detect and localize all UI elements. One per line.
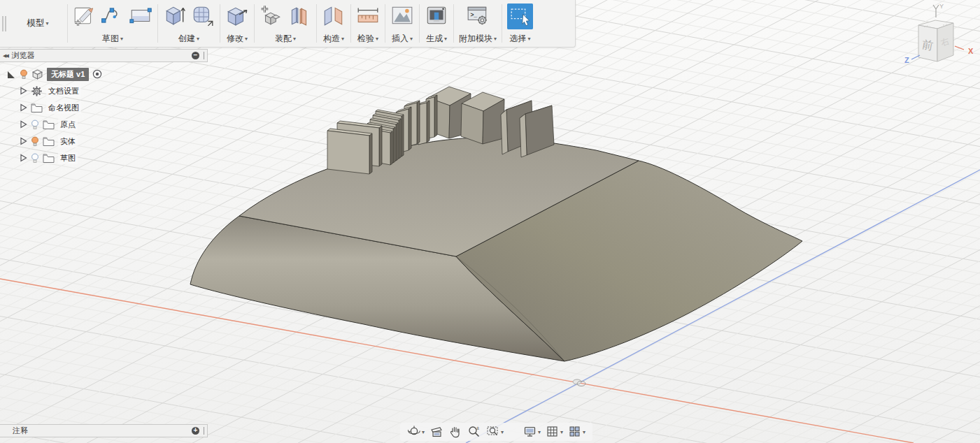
toolbar-group-insert: 插入▾	[385, 0, 419, 47]
folder-icon	[43, 119, 55, 130]
browser-resize-grip[interactable]	[204, 52, 204, 59]
chevron-down-icon: ▾	[583, 429, 585, 435]
svg-text:Z: Z	[904, 56, 909, 64]
scripts-and-addins-button[interactable]: >_	[466, 3, 490, 27]
view-cube-z-axis: Z	[904, 55, 920, 64]
toolbar-group-label[interactable]: 修改▾	[227, 34, 248, 44]
make-button[interactable]	[425, 3, 448, 27]
toolbar-group-assemble: 装配▾	[255, 0, 316, 47]
display-settings-button[interactable]: ▾	[523, 425, 541, 439]
grid-display-button[interactable]: ▾	[546, 425, 563, 439]
chevron-down-icon: ▾	[197, 36, 199, 42]
chevron-down-icon: ▾	[444, 36, 447, 42]
browser-row-named-views[interactable]: 命名视图	[0, 99, 161, 116]
visibility-bulb-on-icon[interactable]	[31, 136, 39, 147]
spline-button[interactable]	[101, 3, 125, 27]
document-cube-icon	[31, 68, 43, 80]
toolbar-group-label[interactable]: 选择▾	[510, 34, 531, 44]
viewports-icon	[568, 425, 582, 439]
toolbar-drag-grip[interactable]	[0, 0, 8, 47]
document-name-label[interactable]: 无标题 v1	[47, 68, 89, 81]
toolbar-group-label[interactable]: 创建▾	[178, 34, 199, 44]
insert-image-button[interactable]	[390, 3, 414, 27]
visibility-bulb-off-icon[interactable]	[31, 153, 39, 164]
measure-button[interactable]	[356, 3, 380, 27]
view-cube-y-axis	[933, 5, 939, 17]
grid-icon	[546, 425, 560, 439]
navigation-toolbar: ▾ ± ▾ ▾ ▾ ▾	[400, 423, 592, 441]
workspace-menu-button[interactable]: 模型▾	[8, 0, 67, 47]
collapsed-triangle-icon[interactable]	[20, 136, 27, 146]
collapsed-triangle-icon[interactable]	[20, 119, 27, 129]
look-at-button[interactable]	[429, 425, 443, 439]
toolbar-group-label[interactable]: 附加模块▾	[459, 34, 497, 44]
toolbar-group-label[interactable]: 检验▾	[357, 34, 378, 44]
toolbar-group-create: 创建▾	[158, 0, 220, 47]
svg-text:X: X	[968, 47, 974, 55]
collapse-browser-icon[interactable]: ◀◀	[3, 53, 8, 59]
add-comment-icon[interactable]: +	[192, 427, 199, 435]
view-cube-x-axis: X	[955, 46, 974, 55]
visibility-bulb-icon[interactable]	[20, 69, 28, 80]
collapsed-triangle-icon[interactable]	[20, 153, 27, 163]
top-toolbar: 模型▾ 草图▾	[0, 0, 576, 48]
toolbar-group-label[interactable]: 构造▾	[323, 34, 344, 44]
toolbar-group-select: 选择▾	[502, 0, 538, 47]
toolbar-group-label[interactable]: 装配▾	[275, 34, 296, 44]
chevron-down-icon: ▾	[293, 36, 296, 42]
browser-title: 浏览器	[12, 50, 192, 61]
chevron-down-icon: ▾	[120, 36, 123, 42]
browser-row-doc-settings[interactable]: 文档设置	[0, 82, 161, 99]
tree-item-label[interactable]: 命名视图	[46, 102, 81, 114]
tree-item-label[interactable]: 文档设置	[46, 85, 81, 97]
tree-item-label[interactable]: 草图	[58, 152, 78, 164]
chevron-down-icon: ▾	[422, 429, 425, 435]
extrude-button[interactable]	[163, 3, 187, 27]
zoom-window-icon	[486, 425, 500, 439]
joint-button[interactable]	[287, 3, 311, 27]
toolbar-group-label[interactable]: 草图▾	[102, 34, 123, 44]
two-point-rectangle-button[interactable]	[129, 3, 152, 27]
create-form-button[interactable]	[191, 3, 215, 27]
folder-icon	[43, 153, 55, 164]
orbit-icon	[407, 425, 421, 439]
browser-row-sketches[interactable]: 草图	[0, 150, 161, 166]
toolbar-group-modify: 修改▾	[220, 0, 254, 47]
toolbar-group-make: 生成▾	[420, 0, 453, 47]
collapsed-triangle-icon[interactable]	[20, 86, 27, 96]
browser-minimize-icon[interactable]: −	[192, 52, 199, 59]
browser-row-document[interactable]: 无标题 v1	[0, 66, 161, 82]
look-at-icon	[429, 425, 443, 439]
activate-radio-icon[interactable]	[92, 69, 102, 79]
expanded-triangle-icon[interactable]	[7, 69, 16, 80]
chevron-down-icon: ▾	[494, 36, 497, 42]
tree-item-label[interactable]: 原点	[58, 119, 78, 131]
viewports-button[interactable]: ▾	[568, 425, 585, 439]
pan-hand-icon	[448, 425, 462, 439]
comments-resize-grip[interactable]	[204, 427, 204, 435]
select-button[interactable]	[507, 3, 533, 29]
browser-row-origin[interactable]: 原点	[0, 116, 161, 133]
zoom-button[interactable]: ±	[467, 425, 481, 439]
visibility-bulb-off-icon[interactable]	[31, 119, 39, 130]
folder-icon	[31, 103, 43, 113]
toolbar-group-label[interactable]: 插入▾	[392, 34, 413, 44]
chevron-down-icon: ▾	[410, 36, 413, 42]
toolbar-group-label[interactable]: 生成▾	[426, 34, 447, 44]
comments-bar: 注释 +	[0, 424, 208, 437]
orbit-button[interactable]: ▾	[407, 425, 425, 439]
collapsed-triangle-icon[interactable]	[20, 103, 27, 112]
zoom-window-button[interactable]: ▾	[486, 425, 504, 439]
svg-text:±: ±	[476, 425, 479, 431]
folder-icon	[43, 136, 55, 147]
view-cube[interactable]: 前 右 X Z Y	[899, 0, 980, 77]
workspace-menu-label: 模型	[27, 17, 44, 29]
press-pull-button[interactable]	[225, 3, 249, 27]
create-sketch-button[interactable]	[73, 3, 97, 27]
pan-button[interactable]	[448, 425, 462, 439]
view-cube-front-label[interactable]: 前	[921, 38, 935, 52]
new-component-button[interactable]	[260, 3, 283, 27]
construction-plane-button[interactable]	[322, 3, 346, 27]
tree-item-label[interactable]: 实体	[58, 136, 78, 147]
browser-row-bodies[interactable]: 实体	[0, 133, 161, 150]
